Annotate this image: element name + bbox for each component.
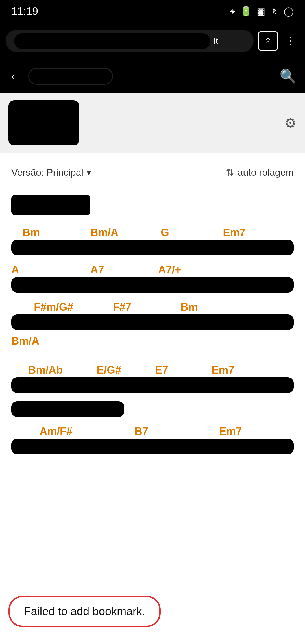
chord-fm-gh: F#m/G# bbox=[34, 301, 73, 313]
song-title-redacted bbox=[11, 195, 90, 215]
signal-icon: ▩ bbox=[257, 6, 265, 17]
chord-e7: E7 bbox=[155, 364, 178, 376]
chord-block-2: A A7 A7/+ bbox=[11, 264, 294, 293]
app-top-bar: ← 🔍 bbox=[0, 59, 305, 93]
settings-button[interactable]: ⚙ bbox=[284, 115, 297, 131]
chord-bm: Bm bbox=[23, 227, 45, 239]
chord-a7b: A7/+ bbox=[158, 264, 181, 276]
auto-scroll-button[interactable]: ⇅ auto rolagem bbox=[226, 167, 294, 178]
auto-scroll-icon: ⇅ bbox=[226, 167, 234, 178]
chord-em7: Em7 bbox=[223, 227, 245, 239]
version-row: Versão: Principal ▾ ⇅ auto rolagem bbox=[11, 161, 294, 184]
chord-a: A bbox=[11, 264, 34, 276]
address-bar[interactable]: Iti bbox=[6, 30, 254, 52]
chord-em7-3: Em7 bbox=[219, 425, 242, 438]
search-button[interactable]: 🔍 bbox=[280, 68, 297, 84]
back-button[interactable]: ← bbox=[8, 68, 23, 84]
version-selector[interactable]: Versão: Principal ▾ bbox=[11, 167, 91, 178]
status-icons: ⌖ 🔋 ▩ ♗ ◯ bbox=[230, 6, 294, 17]
chord-block-1: Bm Bm/A G Em7 bbox=[11, 227, 294, 255]
status-bar: 11:19 ⌖ 🔋 ▩ ♗ ◯ bbox=[0, 0, 305, 23]
title-redacted bbox=[28, 68, 113, 85]
chord-a7: A7 bbox=[90, 264, 113, 276]
tab-count: 2 bbox=[266, 36, 270, 45]
lyric-line-2 bbox=[11, 277, 294, 293]
toast-message: Failed to add bookmark. bbox=[24, 605, 145, 618]
chord-fh7: F#7 bbox=[113, 301, 135, 313]
song-thumbnail bbox=[8, 100, 79, 145]
address-redacted bbox=[14, 33, 210, 49]
chord-line-1: Bm Bm/A G Em7 bbox=[11, 227, 294, 239]
chord-g: G bbox=[161, 227, 183, 239]
chord-block-3: F#m/G# F#7 Bm Bm/A bbox=[11, 301, 294, 347]
chord-e-gh: E/G# bbox=[97, 364, 121, 376]
toast-container: Failed to add bookmark. bbox=[8, 596, 297, 627]
lyric-line-6 bbox=[11, 439, 294, 454]
version-label: Versão: Principal bbox=[11, 167, 83, 178]
chord-block-6: Am/F# B7 Em7 bbox=[11, 425, 294, 454]
lyric-line-3 bbox=[11, 314, 294, 330]
chord-line-3: F#m/G# F#7 Bm bbox=[11, 301, 294, 313]
vibrate-icon: 🔋 bbox=[240, 6, 252, 17]
chord-block-4: Bm/Ab E/G# E7 Em7 bbox=[11, 364, 294, 393]
chord-am-fh: Am/F# bbox=[40, 425, 72, 438]
main-content: Versão: Principal ▾ ⇅ auto rolagem Bm Bm… bbox=[0, 153, 305, 471]
bluetooth-icon: ⌖ bbox=[230, 6, 235, 17]
mobile-data-icon: ♗ bbox=[270, 6, 278, 17]
song-header: ⚙ bbox=[0, 93, 305, 153]
browser-more-button[interactable]: ⋮ bbox=[282, 32, 299, 49]
dropdown-icon: ▾ bbox=[87, 167, 91, 177]
chord-line-5: Am/F# B7 Em7 bbox=[11, 425, 294, 438]
chord-bm-a-row: Bm/A bbox=[11, 335, 294, 347]
tab-switcher-button[interactable]: 2 bbox=[258, 31, 278, 51]
battery-icon: ◯ bbox=[284, 6, 294, 17]
browser-bar: Iti 2 ⋮ bbox=[0, 23, 305, 59]
lyric-line-1 bbox=[11, 240, 294, 255]
lyric-line-5 bbox=[11, 401, 124, 417]
status-time: 11:19 bbox=[11, 5, 38, 18]
toast: Failed to add bookmark. bbox=[8, 596, 161, 627]
lyric-line-4 bbox=[11, 377, 294, 393]
address-text-iti: Iti bbox=[213, 36, 220, 46]
chord-bm-a-inline: Bm/A bbox=[11, 335, 39, 347]
chord-bm2: Bm bbox=[180, 301, 203, 313]
top-bar-left: ← bbox=[8, 68, 113, 85]
chord-block-5 bbox=[11, 401, 294, 417]
chord-bm-ab: Bm/Ab bbox=[28, 364, 63, 376]
chord-b7: B7 bbox=[134, 425, 157, 438]
chord-bm-a: Bm/A bbox=[90, 227, 118, 239]
auto-scroll-label: auto rolagem bbox=[238, 167, 294, 178]
chord-line-4: Bm/Ab E/G# E7 Em7 bbox=[11, 364, 294, 376]
chord-em7-2: Em7 bbox=[212, 364, 234, 376]
chord-line-2: A A7 A7/+ bbox=[11, 264, 294, 276]
